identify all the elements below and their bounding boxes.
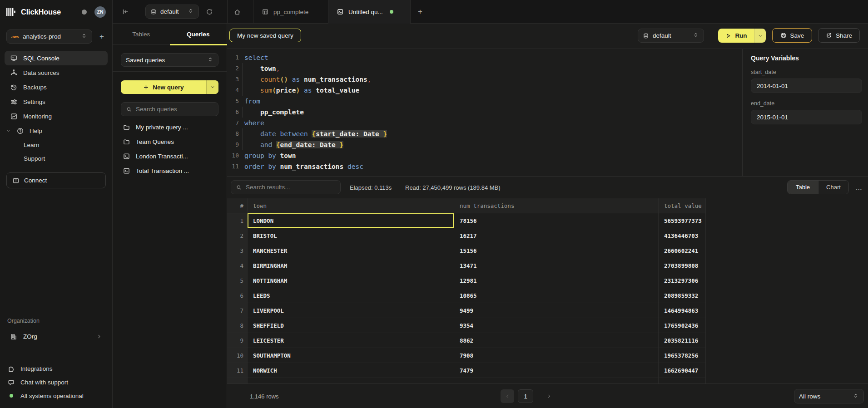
search-queries-input[interactable]: [136, 106, 213, 113]
connect-button[interactable]: Connect: [6, 172, 106, 188]
table-cell[interactable]: 2: [227, 228, 248, 243]
results-overflow-menu[interactable]: ...: [856, 177, 862, 198]
table-cell[interactable]: 7479: [454, 363, 659, 378]
sql-editor[interactable]: 1select2 town,3 count() as num_transacti…: [227, 49, 742, 176]
sidebar-item-sql-console[interactable]: SQL Console: [5, 51, 108, 65]
table-cell[interactable]: 1965378256: [659, 348, 705, 363]
table-cell[interactable]: 9499: [454, 303, 659, 318]
table-cell[interactable]: LIVERPOOL: [248, 303, 454, 318]
tab-pp-complete[interactable]: pp_complete: [253, 0, 328, 24]
saved-queries-selector[interactable]: Saved queries: [121, 53, 218, 67]
table-cell[interactable]: 8862: [454, 333, 659, 348]
user-avatar[interactable]: ZN: [94, 6, 106, 18]
sidebar-item-data-sources[interactable]: Data sources: [5, 65, 108, 80]
table-cell[interactable]: 56593977373: [659, 213, 705, 228]
search-results-input[interactable]: [246, 184, 336, 191]
table-cell[interactable]: 1464994863: [659, 303, 705, 318]
table-row: 5NOTTINGHAM129812313297306: [227, 273, 705, 288]
table-cell[interactable]: 1662690447: [659, 363, 705, 378]
page-number[interactable]: 1: [518, 389, 533, 403]
topbar-database-selector[interactable]: default: [145, 5, 199, 19]
column-header-[interactable]: #: [227, 198, 248, 213]
run-options-button[interactable]: [754, 29, 766, 43]
run-database-selector[interactable]: default: [638, 29, 704, 43]
collapse-sidebar-button[interactable]: [122, 0, 129, 24]
table-cell[interactable]: 1: [227, 213, 248, 228]
sidebar-item-help[interactable]: Help: [5, 123, 108, 138]
organization-row[interactable]: ZOrg: [5, 329, 108, 344]
table-cell[interactable]: 1765902436: [659, 318, 705, 333]
table-cell[interactable]: SOUTHAMPTON: [248, 348, 454, 363]
table-cell[interactable]: 13471: [454, 258, 659, 273]
sidebar-footer-chat-with-support[interactable]: Chat with support: [7, 375, 108, 389]
end-date-input[interactable]: [751, 110, 862, 124]
saved-query-tab-chip[interactable]: My new saved query: [229, 29, 301, 42]
sidebar-item-monitoring[interactable]: Monitoring: [5, 109, 108, 123]
saved-query-team-queries[interactable]: Team Queries: [117, 134, 222, 149]
table-cell[interactable]: LONDON: [248, 213, 454, 228]
table-cell[interactable]: 2313297306: [659, 273, 705, 288]
column-header-town[interactable]: town: [248, 198, 454, 213]
table-cell[interactable]: 2089859332: [659, 288, 705, 303]
table-cell[interactable]: MANCHESTER: [248, 243, 454, 258]
table-cell[interactable]: BRISTOL: [248, 228, 454, 243]
table-cell[interactable]: 2660602241: [659, 243, 705, 258]
table-cell[interactable]: 12981: [454, 273, 659, 288]
table-cell[interactable]: 10: [227, 348, 248, 363]
sidebar-item-settings[interactable]: Settings: [5, 94, 108, 109]
sidebar-footer-all-systems-operational[interactable]: All systems operational: [7, 389, 108, 403]
sidebar-item-support[interactable]: Support: [5, 152, 108, 165]
start-date-input[interactable]: [751, 79, 862, 93]
table-cell[interactable]: 78156: [454, 213, 659, 228]
table-cell[interactable]: 15156: [454, 243, 659, 258]
table-cell[interactable]: 3: [227, 243, 248, 258]
tab-tables[interactable]: Tables: [113, 24, 170, 44]
view-table-button[interactable]: Table: [788, 181, 818, 194]
page-size-selector[interactable]: All rows: [794, 389, 864, 403]
table-cell[interactable]: 5: [227, 273, 248, 288]
next-page-button[interactable]: [542, 389, 556, 403]
table-cell[interactable]: BIRMINGHAM: [248, 258, 454, 273]
table-cell[interactable]: SHEFFIELD: [248, 318, 454, 333]
table-cell[interactable]: LEICESTER: [248, 333, 454, 348]
refresh-button[interactable]: [206, 0, 213, 24]
code-line-11: 11order by num_transactions desc: [227, 161, 742, 172]
new-tab-button[interactable]: +: [418, 0, 422, 24]
run-button[interactable]: Run: [718, 29, 766, 43]
sidebar-item-learn[interactable]: Learn: [5, 138, 108, 152]
column-header-total-value[interactable]: total_value: [659, 198, 705, 213]
table-cell[interactable]: 7908: [454, 348, 659, 363]
tab-queries[interactable]: Queries: [170, 24, 227, 44]
table-cell[interactable]: 16217: [454, 228, 659, 243]
table-cell[interactable]: 9354: [454, 318, 659, 333]
saved-query-my-private-query[interactable]: My private query ...: [117, 120, 222, 134]
table-cell[interactable]: 4136446703: [659, 228, 705, 243]
new-query-dropdown-button[interactable]: [206, 80, 218, 94]
sidebar-item-backups[interactable]: Backups: [5, 80, 108, 94]
table-cell[interactable]: 8: [227, 318, 248, 333]
tab-untitled-query[interactable]: Untitled qu...: [328, 0, 410, 24]
table-cell[interactable]: NOTTINGHAM: [248, 273, 454, 288]
table-cell[interactable]: 2703899808: [659, 258, 705, 273]
table-cell[interactable]: 9: [227, 333, 248, 348]
share-button[interactable]: Share: [818, 28, 860, 43]
view-chart-button[interactable]: Chart: [818, 181, 848, 194]
table-cell[interactable]: 6: [227, 288, 248, 303]
table-cell[interactable]: 11: [227, 363, 248, 378]
new-query-button[interactable]: New query: [121, 80, 218, 94]
table-cell[interactable]: 7: [227, 303, 248, 318]
table-cell[interactable]: 10865: [454, 288, 659, 303]
previous-page-button[interactable]: [501, 389, 514, 403]
table-cell[interactable]: NORWICH: [248, 363, 454, 378]
home-button[interactable]: [233, 0, 241, 24]
table-cell[interactable]: 4: [227, 258, 248, 273]
column-header-num-transactions[interactable]: num_transactions: [454, 198, 659, 213]
service-selector[interactable]: aws analytics-prod: [6, 29, 92, 44]
saved-query-london-transacti[interactable]: London Transacti...: [117, 149, 222, 163]
table-cell[interactable]: LEEDS: [248, 288, 454, 303]
save-button[interactable]: Save: [772, 28, 812, 43]
add-service-button[interactable]: +: [98, 32, 106, 41]
sidebar-footer-integrations[interactable]: Integrations: [7, 362, 108, 375]
saved-query-total-transaction[interactable]: Total Transaction ...: [117, 163, 222, 178]
table-cell[interactable]: 2035821116: [659, 333, 705, 348]
